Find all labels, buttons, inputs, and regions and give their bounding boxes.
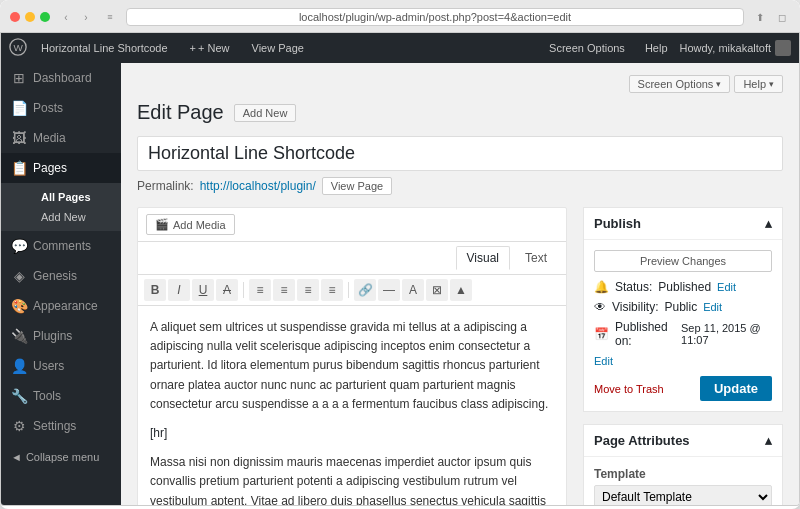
preview-changes-button[interactable]: Preview Changes	[594, 250, 772, 272]
published-value: Sep 11, 2015 @ 11:07	[681, 322, 772, 346]
editor-box: 🎬 Add Media Visual	[137, 207, 567, 505]
bookmark-icon[interactable]: ◻	[774, 9, 790, 25]
move-to-trash-link[interactable]: Move to Trash	[594, 383, 664, 395]
sidebar-label-comments: Comments	[33, 239, 91, 253]
strikethrough-button[interactable]: A	[216, 279, 238, 301]
sidebar-item-settings[interactable]: ⚙ Settings	[1, 411, 121, 441]
nav-buttons: ‹ ›	[58, 9, 94, 25]
bold-button[interactable]: B	[144, 279, 166, 301]
screen-options-bar[interactable]: Screen Options	[541, 33, 633, 63]
tab-visual[interactable]: Visual	[456, 246, 510, 270]
editor-shortcode-1: [hr]	[150, 424, 554, 443]
insert-link-button[interactable]: 🔗	[354, 279, 376, 301]
comments-icon: 💬	[11, 238, 27, 254]
wp-logo[interactable]: W	[9, 38, 27, 59]
sidebar-sub-add-new[interactable]: Add New	[27, 207, 121, 227]
minimize-button[interactable]	[25, 12, 35, 22]
align-justify-button[interactable]: ≡	[321, 279, 343, 301]
align-right-button[interactable]: ≡	[297, 279, 319, 301]
page-attributes-toggle[interactable]: ▴	[765, 433, 772, 448]
status-icon: 🔔	[594, 280, 609, 294]
align-center-button[interactable]: ≡	[273, 279, 295, 301]
share-icon[interactable]: ⬆	[752, 9, 768, 25]
collapse-menu-button[interactable]: ◄ Collapse menu	[1, 441, 121, 473]
editor-paragraph-1: A aliquet sem ultrices ut suspendisse gr…	[150, 318, 554, 414]
maximize-button[interactable]	[40, 12, 50, 22]
page-attributes-header: Page Attributes ▴	[584, 425, 782, 457]
add-media-button[interactable]: 🎬 Add Media	[146, 214, 235, 235]
sidebar-label-plugins: Plugins	[33, 329, 72, 343]
help-bar[interactable]: Help	[637, 33, 676, 63]
status-value: Published	[658, 280, 711, 294]
appearance-icon: 🎨	[11, 298, 27, 314]
sidebar-label-media: Media	[33, 131, 66, 145]
sidebar-item-users[interactable]: 👤 Users	[1, 351, 121, 381]
toggle-spellcheck-button[interactable]: A	[402, 279, 424, 301]
sidebar-item-media[interactable]: 🖼 Media	[1, 123, 121, 153]
sidebar-item-dashboard[interactable]: ⊞ Dashboard	[1, 63, 121, 93]
published-row: 📅 Published on: Sep 11, 2015 @ 11:07	[594, 320, 772, 348]
template-select[interactable]: Default Template	[594, 485, 772, 505]
align-left-button[interactable]: ≡	[249, 279, 271, 301]
sidebar-label-users: Users	[33, 359, 64, 373]
add-media-icon: 🎬	[155, 218, 169, 231]
new-content-bar-item[interactable]: + + New	[182, 33, 238, 63]
underline-button[interactable]: U	[192, 279, 214, 301]
published-edit-link[interactable]: Edit	[594, 355, 613, 367]
tools-icon: 🔧	[11, 388, 27, 404]
admin-bar: W Horizontal Line Shortcode + + New View…	[1, 33, 799, 63]
status-edit-link[interactable]: Edit	[717, 281, 736, 293]
add-media-bar: 🎬 Add Media	[138, 208, 566, 242]
sidebar-item-posts[interactable]: 📄 Posts	[1, 93, 121, 123]
permalink-bar: Permalink: http://localhost/plugin/ View…	[137, 177, 783, 195]
tab-icon: ≡	[102, 9, 118, 25]
page-attributes-title: Page Attributes	[594, 433, 690, 448]
visibility-icon: 👁	[594, 300, 606, 314]
sidebar-sub-all-pages[interactable]: All Pages	[27, 187, 121, 207]
two-col-layout: 🎬 Add Media Visual	[137, 207, 783, 505]
sidebar-item-genesis[interactable]: ◈ Genesis	[1, 261, 121, 291]
view-page-button[interactable]: View Page	[322, 177, 392, 195]
sidebar-item-appearance[interactable]: 🎨 Appearance	[1, 291, 121, 321]
help-button[interactable]: Help ▾	[734, 75, 783, 93]
publish-panel-toggle[interactable]: ▴	[765, 216, 772, 231]
published-icon: 📅	[594, 327, 609, 341]
sidebar-item-plugins[interactable]: 🔌 Plugins	[1, 321, 121, 351]
plugins-icon: 🔌	[11, 328, 27, 344]
update-button[interactable]: Update	[700, 376, 772, 401]
close-button[interactable]	[10, 12, 20, 22]
visibility-edit-link[interactable]: Edit	[703, 301, 722, 313]
post-title-input[interactable]: Horizontal Line Shortcode	[137, 136, 783, 171]
fullscreen-button[interactable]: ⊠	[426, 279, 448, 301]
permalink-url[interactable]: http://localhost/plugin/	[200, 179, 316, 193]
address-bar[interactable]: localhost/plugin/wp-admin/post.php?post=…	[126, 8, 744, 26]
show-toolbar-button[interactable]: ▲	[450, 279, 472, 301]
sidebar-item-tools[interactable]: 🔧 Tools	[1, 381, 121, 411]
sidebar-label-pages: Pages	[33, 161, 67, 175]
publish-panel-content: Preview Changes 🔔 Status: Published Edit…	[584, 240, 782, 411]
posts-icon: 📄	[11, 100, 27, 116]
add-new-button[interactable]: Add New	[234, 104, 297, 122]
status-row: 🔔 Status: Published Edit	[594, 280, 772, 294]
traffic-lights	[10, 12, 50, 22]
howdy-text: Howdy, mikakaltoft	[680, 40, 792, 56]
toolbar-divider-1	[243, 282, 244, 298]
screen-options-button[interactable]: Screen Options ▾	[629, 75, 731, 93]
editor-content[interactable]: A aliquet sem ultrices ut suspendisse gr…	[138, 306, 566, 505]
editor-paragraph-2: Massa nisi non dignissim mauris maecenas…	[150, 453, 554, 505]
editor-tab-actions: Visual Text	[456, 246, 558, 270]
published-label: Published on:	[615, 320, 675, 348]
svg-text:W: W	[14, 41, 24, 52]
screen-options-chevron: ▾	[716, 79, 721, 89]
view-page-bar-item[interactable]: View Page	[244, 33, 312, 63]
italic-button[interactable]: I	[168, 279, 190, 301]
sidebar-item-comments[interactable]: 💬 Comments	[1, 231, 121, 261]
site-name-bar-item[interactable]: Horizontal Line Shortcode	[33, 33, 176, 63]
tab-text[interactable]: Text	[514, 246, 558, 270]
back-button[interactable]: ‹	[58, 9, 74, 25]
forward-button[interactable]: ›	[78, 9, 94, 25]
publish-footer: Move to Trash Update	[594, 376, 772, 401]
sidebar-item-pages[interactable]: 📋 Pages	[1, 153, 121, 183]
insert-more-button[interactable]: —	[378, 279, 400, 301]
settings-icon: ⚙	[11, 418, 27, 434]
